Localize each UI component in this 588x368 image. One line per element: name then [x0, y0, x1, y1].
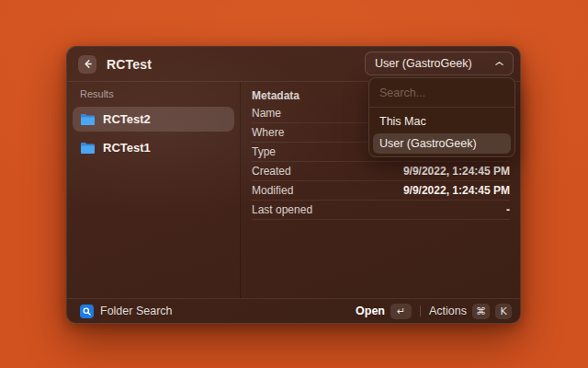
- arrow-left-icon: [83, 59, 93, 69]
- k-key-icon[interactable]: K: [495, 304, 512, 319]
- metadata-row-modified: Modified 9/9/2022, 1:24:45 PM: [252, 181, 510, 201]
- folder-search-window: RCTest User (GastroGeek) Results: [66, 46, 521, 324]
- footer-left: Folder Search: [80, 305, 173, 318]
- folder-icon: [80, 142, 96, 155]
- result-item-label: RCTest2: [103, 112, 151, 126]
- return-key-icon[interactable]: ↵: [390, 304, 412, 319]
- dropdown-options: This Mac User (GastroGeek): [369, 108, 514, 157]
- scope-dropdown-popover: This Mac User (GastroGeek): [368, 77, 515, 157]
- metadata-label: Name: [252, 107, 281, 120]
- result-item-rctest2[interactable]: RCTest2: [73, 107, 234, 132]
- command-name-label: Folder Search: [100, 305, 173, 317]
- footer-right: Open ↵ Actions ⌘ K: [356, 304, 512, 319]
- metadata-label: Where: [252, 126, 284, 139]
- metadata-value: 9/9/2022, 1:24:45 PM: [403, 165, 510, 178]
- dropdown-search-field[interactable]: [369, 78, 514, 108]
- result-item-rctest1[interactable]: RCTest1: [73, 135, 234, 160]
- dropdown-search-input[interactable]: [379, 86, 504, 99]
- metadata-label: Type: [252, 145, 276, 158]
- window-footer: Folder Search Open ↵ Actions ⌘ K: [67, 298, 520, 323]
- metadata-row-created: Created 9/9/2022, 1:24:45 PM: [252, 162, 510, 181]
- footer-divider: [420, 305, 421, 316]
- scope-dropdown-button[interactable]: User (GastroGeek): [365, 52, 514, 75]
- results-section-label: Results: [67, 88, 240, 99]
- search-icon: [80, 305, 94, 318]
- folder-icon: [80, 113, 96, 126]
- page-title: RCTest: [107, 57, 152, 72]
- results-pane: Results RCTest2 RCTest1: [67, 82, 241, 298]
- back-button[interactable]: [78, 55, 96, 74]
- chevron-up-icon: [495, 61, 503, 66]
- dropdown-option-this-mac[interactable]: This Mac: [373, 111, 511, 132]
- metadata-row-last-opened: Last opened -: [252, 201, 510, 220]
- dropdown-option-user-gastrogeek[interactable]: User (GastroGeek): [373, 133, 511, 154]
- metadata-label: Last opened: [252, 203, 312, 216]
- result-item-label: RCTest1: [103, 141, 151, 155]
- metadata-label: Created: [252, 165, 291, 178]
- actions-button[interactable]: Actions: [429, 305, 467, 317]
- command-key-icon[interactable]: ⌘: [472, 304, 490, 319]
- scope-dropdown-value: User (GastroGeek): [375, 57, 472, 70]
- metadata-label: Modified: [252, 184, 293, 197]
- open-action-label[interactable]: Open: [356, 305, 385, 317]
- metadata-value: 9/9/2022, 1:24:45 PM: [403, 184, 510, 197]
- metadata-value: -: [506, 203, 510, 216]
